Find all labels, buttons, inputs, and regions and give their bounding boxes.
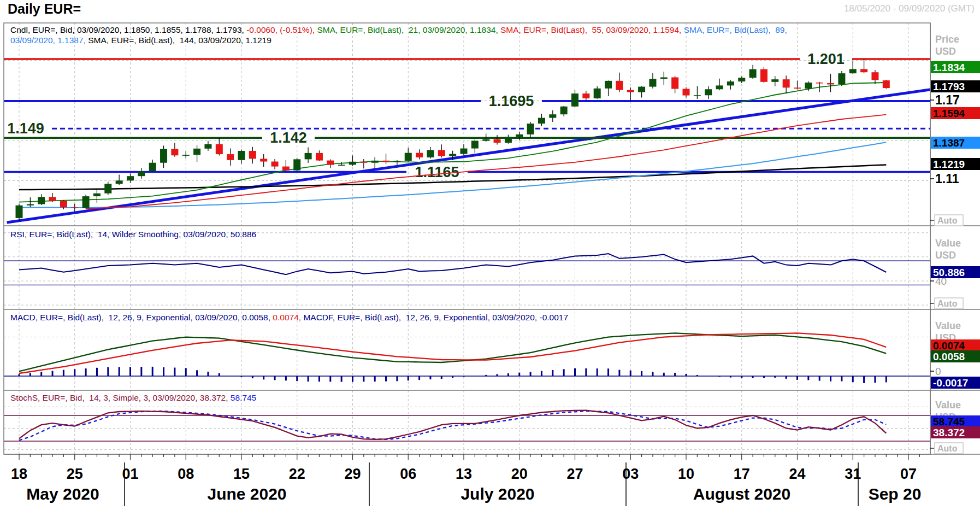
stoch-axis-header: Value [935,400,961,411]
legend-macd[interactable]: MACD, EUR=, Bid(Last), 12, 26, 9, Expone… [10,312,568,323]
month-label: June 2020 [207,485,286,503]
week-day-label: 27 [566,466,583,482]
candle-up [605,81,612,89]
level-label: 1.1165 [415,164,459,180]
legend-rsi[interactable]: RSI, EUR=, Bid(Last), 14, Wilder Smoothi… [10,229,256,239]
legend-segment: 58.745 [231,393,256,402]
candle-down [827,83,834,84]
candle-down [760,69,768,82]
rsi-panel[interactable] [4,233,930,305]
chart-root: Daily EUR= 18/05/2020 - 09/09/2020 (GMT)… [0,0,980,510]
candle-down [360,162,367,163]
candle-up [182,155,190,156]
chart-canvas[interactable]: 1.2011.16951.1491.1421.11651825010815222… [0,0,980,510]
macd-badge-label: 0.0058 [933,351,965,362]
level-label: 1.142 [270,130,307,146]
auto-button-label: Auto [937,299,958,308]
week-day-label: 06 [400,466,416,482]
month-label: July 2020 [461,485,534,503]
candle-up [38,197,45,204]
candle-down [794,87,801,89]
candle-up [482,139,489,141]
week-day-label: 10 [678,466,694,482]
candle-up [116,180,123,184]
auto-button-label: Auto [937,216,958,225]
candle-down [783,79,790,87]
axis-tick-label: 1.11 [935,172,959,186]
candle-down [382,161,389,162]
price-axis-header: USD [935,46,956,57]
candle-up [849,69,857,73]
stoch-badge-label: 38.372 [933,427,965,438]
stoch-k-line [19,411,886,439]
candle-up [138,171,145,176]
candle-up [805,83,812,89]
candle-up [449,154,456,156]
candle-up [238,151,245,160]
week-day-label: 24 [789,466,805,482]
x-axis[interactable]: 1825010815222906132027031017243107May 20… [11,454,921,506]
legend-price[interactable]: Cndl, EUR=, Bid, 03/09/2020, 1.1850, 1.1… [10,25,917,45]
right-axis: PriceUSDValueUSDValueUSDValueUSD1.171.11… [930,34,980,454]
candle-up [471,141,479,149]
candle-down [582,93,589,98]
rsi-axis-header: USD [935,250,956,261]
trendline [7,90,931,222]
candle-down [860,69,867,72]
candle-up [104,184,111,193]
week-day-label: 08 [178,466,194,482]
candle-up [527,124,534,134]
price-badge-label: 1.1793 [933,81,965,92]
candle-up [749,69,757,78]
legend-stoch[interactable]: StochS, EUR=, Bid, 14, 3, Simple, 3, 03/… [10,392,256,403]
candle-up [93,194,101,196]
candle-up [571,93,578,107]
candle-up [505,137,512,143]
auto-scale-button[interactable]: Auto [930,298,963,309]
stoch-panel[interactable] [4,407,930,449]
candle-down [438,150,445,156]
macd-badge-label: 0.0074 [933,340,965,351]
candle-up [393,161,400,162]
auto-scale-button[interactable]: Auto [930,215,963,226]
legend-segment: SMA, EUR=, Bid(Last), 55, 03/09/2020, 1.… [500,25,684,34]
macd-panel[interactable] [4,333,930,383]
price-badge-label: 1.1834 [933,62,965,73]
legend-segment: SMA, EUR=, Bid(Last), 89, [684,25,789,34]
candle-down [49,197,56,201]
macd-signal-line [19,333,886,373]
price-panel[interactable]: 1.2011.16951.1491.1421.1165 [4,51,931,222]
candle-up [371,161,379,163]
week-day-label: 20 [511,466,528,482]
price-badge-label: 1.1387 [933,137,965,149]
legend-segment: MACD, EUR=, Bid(Last), 12, 26, 9, Expone… [10,313,273,322]
week-day-label: 15 [233,466,250,482]
week-day-label: 07 [900,466,917,482]
candle-down [883,80,890,88]
week-day-label: 31 [845,466,861,482]
candle-up [149,163,156,172]
candle-down [249,151,256,159]
auto-scale-button[interactable]: Auto [930,443,963,454]
stoch-badge-label: 58.745 [933,416,965,427]
legend-segment: SMA, EUR=, Bid(Last), 21, 03/09/2020, 1.… [317,25,500,34]
candle-down [683,89,690,96]
candle-down [327,161,334,165]
candle-up [27,204,34,206]
candle-down [671,77,678,89]
legend-segment: MACDF, EUR=, Bid(Last), 12, 26, 9, Expon… [303,313,568,322]
candle-down [271,162,279,167]
candle-up [594,89,601,98]
legend-segment: RSI, EUR=, Bid(Last), 14, Wilder Smoothi… [10,230,256,239]
week-day-label: 25 [67,466,83,482]
candle-down [627,90,634,92]
candle-up [538,118,545,124]
level-label: 1.201 [807,51,845,67]
legend-segment: SMA, EUR=, Bid(Last), 144, 03/09/2020, 1… [88,36,271,45]
candle-up [338,165,345,166]
candle-up [649,79,656,86]
candle-up [716,85,723,89]
candle-up [705,89,712,95]
auto-button-label: Auto [937,444,958,453]
candle-down [260,159,267,161]
